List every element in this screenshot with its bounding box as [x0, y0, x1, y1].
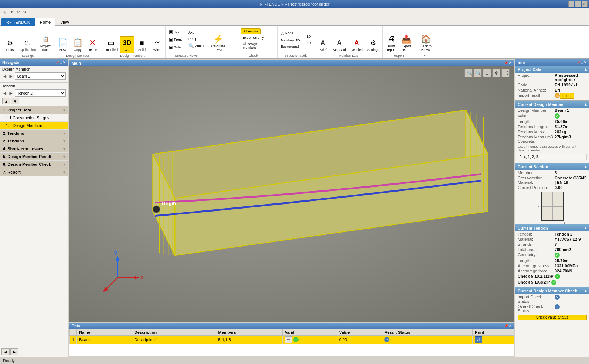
3d-button[interactable]: 3D 3D: [120, 36, 134, 53]
new-button[interactable]: 📄 New: [56, 36, 70, 53]
info-pin[interactable]: 📌: [576, 61, 581, 64]
ct-check2-label: Check 5.10.3(2)P: [518, 280, 550, 285]
node-button[interactable]: ◬Node: [279, 30, 302, 37]
tendon-select[interactable]: Tendon 2: [15, 89, 66, 97]
table-row[interactable]: 1 Beam 1 Description 1 5,4,1-3 ✏ ✓ 0.00: [70, 336, 514, 344]
qat-dropdown[interactable]: ▾: [8, 9, 15, 16]
standard-button[interactable]: A Standard: [331, 36, 348, 53]
cdmc-section-header: Current Design Member Check ▴: [515, 287, 589, 294]
all-design-members-button[interactable]: All designmembers: [241, 41, 259, 51]
detailed-button[interactable]: A Detailed: [349, 36, 365, 53]
ct-collapse[interactable]: ▴: [585, 226, 587, 230]
data-panel-close[interactable]: ✕: [509, 324, 512, 328]
background-button[interactable]: Background: [279, 44, 302, 49]
ct-check1-label: Check 5.10.2.1(1)P: [518, 274, 554, 279]
import-result-info-btn[interactable]: Info...: [560, 93, 574, 99]
tree-item-tendons[interactable]: 2. Tendons ▾: [0, 130, 68, 137]
tree-item-design-member-result[interactable]: 5. Design Member Result ▾: [0, 153, 68, 161]
project-data-collapse[interactable]: ▴: [585, 67, 587, 72]
design-member-select[interactable]: Beam 1: [15, 72, 66, 80]
navigator-minimize[interactable]: _: [60, 61, 62, 64]
viewport-close[interactable]: ✕: [509, 61, 512, 65]
tree-item-design-member-check[interactable]: 6. Design Member Check ▾: [0, 161, 68, 168]
front-button[interactable]: ▣Front: [167, 36, 184, 43]
print-buttons: 🏠 Back toRFEM: [419, 26, 433, 53]
dm-prev[interactable]: ◄: [2, 73, 7, 79]
side-button[interactable]: ▣Side: [167, 44, 184, 51]
tendon-up[interactable]: ▲: [2, 98, 10, 104]
top-button[interactable]: ▣Top: [167, 28, 184, 35]
solid-button[interactable]: ■ Solid: [135, 36, 149, 53]
tendon-prev[interactable]: ◄: [2, 90, 7, 96]
check-value-status-btn[interactable]: Check Value Status: [518, 315, 587, 320]
quick-access-toolbar: ⊞ ▾ ↩ ↪: [0, 8, 589, 16]
qat-app-icon[interactable]: ⊞: [1, 9, 8, 16]
tree-item-report[interactable]: 7. Report ▾: [0, 168, 68, 176]
all-results-label: All results: [244, 30, 258, 33]
brief-button[interactable]: A Brief: [316, 36, 330, 53]
application-button[interactable]: 🗂 Application: [18, 36, 38, 53]
uncoiled-button[interactable]: ▭ Uncoiled: [103, 36, 119, 53]
persp-button[interactable]: Persp.: [187, 36, 205, 42]
lcs-settings-button[interactable]: ⚙ Settings: [365, 36, 381, 53]
all-results-button[interactable]: All results: [241, 28, 261, 34]
data-panel-controls: 📌 ✕: [504, 324, 512, 328]
info-minimize[interactable]: _: [581, 61, 583, 64]
edit-btn[interactable]: ✏: [285, 336, 292, 343]
dm-next[interactable]: ►: [8, 73, 14, 79]
ct-area-label: Total area:: [518, 247, 555, 252]
cs-collapse[interactable]: ▴: [585, 164, 587, 169]
extremes-only-button[interactable]: Extremes only: [241, 35, 266, 41]
row-description: Description 1: [132, 336, 216, 344]
tree-item-project-data[interactable]: 1. Project Data ▾: [0, 106, 68, 114]
data-panel-pin[interactable]: 📌: [504, 324, 508, 328]
project-data-button[interactable]: 📋 Projectdata: [38, 32, 52, 53]
canvas-area[interactable]: +🔍 -🔍 ⊡ ✥ ⛶: [69, 66, 514, 322]
navigator-pin[interactable]: 📌: [55, 61, 59, 64]
cdm-tm-label: Tendons Mass:: [518, 130, 555, 134]
tab-home[interactable]: Home: [35, 18, 55, 26]
struct-labels-left: ◬Node Members 1D Background: [279, 30, 302, 49]
tree-item-design-members[interactable]: 1.2 Design Members: [0, 122, 68, 130]
navigator-close[interactable]: ✕: [63, 61, 66, 64]
members1d-label: Members 1D: [281, 38, 300, 42]
tab-view[interactable]: View: [55, 18, 74, 26]
nav-next-btn[interactable]: ►: [10, 348, 18, 355]
y-label: Y: [114, 250, 118, 256]
print-report-button[interactable]: 🖨 Printreport: [384, 32, 398, 53]
qat-undo[interactable]: ↩: [15, 9, 21, 16]
zoom-button[interactable]: 🔍Zoom: [187, 42, 205, 49]
tendon-next[interactable]: ►: [8, 90, 14, 96]
export-report-button[interactable]: 📤 Exportreport: [399, 32, 413, 53]
brief-icon: A: [318, 38, 328, 48]
wire-button[interactable]: 〰 Wire: [150, 36, 164, 53]
axo-button[interactable]: Axo: [187, 30, 205, 35]
members1d-button[interactable]: Members 1D: [279, 37, 302, 43]
tree-item-force-design[interactable]: 2. Tendons ▾: [0, 137, 68, 145]
units-button[interactable]: ⚙ Units: [3, 36, 17, 53]
back-to-rfem-button[interactable]: 🏠 Back toRFEM: [419, 32, 433, 53]
2d-button[interactable]: 2D: [305, 40, 313, 46]
delete-button[interactable]: ✕ Delete: [85, 36, 99, 53]
tab-rftendon[interactable]: RF-TENDON: [1, 18, 35, 26]
minimize-button[interactable]: —: [568, 1, 574, 7]
tree-item-construction-stages[interactable]: 1.1 Construction Stages: [0, 114, 68, 122]
cdmc-check-value-status-row: Check Value Status: [518, 315, 587, 320]
top-icon: ▣: [169, 29, 173, 34]
calculate-fem-button[interactable]: ⚡ CalculateFEM: [209, 32, 228, 53]
info-close[interactable]: ✕: [584, 61, 587, 64]
print-report-label: Printreport: [387, 44, 396, 52]
tendon-down[interactable]: ▼: [11, 98, 19, 104]
qat-redo[interactable]: ↪: [21, 9, 28, 16]
close-button[interactable]: ✕: [582, 1, 588, 7]
cdmc-collapse[interactable]: ▴: [585, 288, 587, 293]
copy-button[interactable]: 📋 Copy: [71, 36, 85, 53]
1d-button[interactable]: 1D: [305, 34, 313, 40]
cdmc-overall-row: Overall Check Status: ?: [515, 304, 589, 313]
viewport-pin[interactable]: 📌: [504, 61, 508, 65]
print-row-btn[interactable]: 🖨: [475, 336, 482, 343]
tree-item-short-term-losses[interactable]: 4. Short-term Losses ▾: [0, 145, 68, 153]
cdm-collapse[interactable]: ▴: [585, 102, 587, 107]
restore-button[interactable]: □: [575, 1, 581, 7]
nav-prev-btn[interactable]: ◄: [1, 348, 10, 355]
